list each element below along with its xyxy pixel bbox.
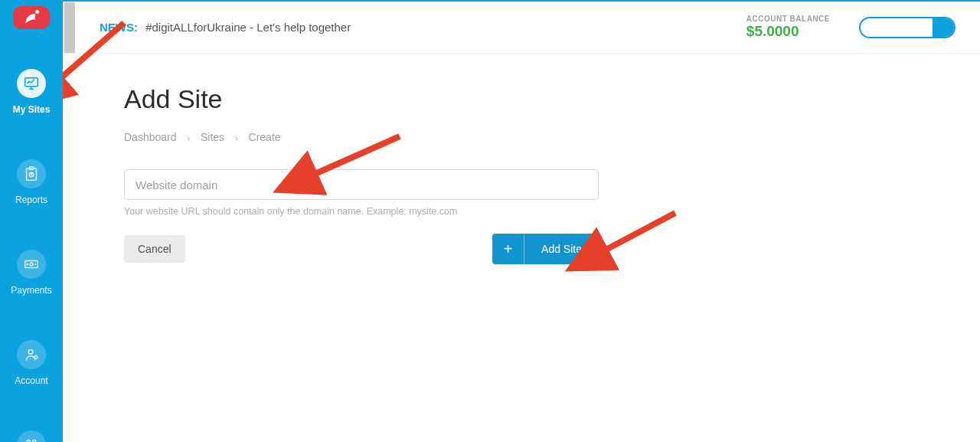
account-balance: ACCOUNT BALANCE $5.0000 xyxy=(746,15,830,40)
breadcrumb: Dashboard › Sites › Create xyxy=(124,131,980,143)
breadcrumb-dashboard[interactable]: Dashboard xyxy=(124,131,177,143)
news-text: #digitALLforUkraine - Let's help togethe… xyxy=(145,21,351,34)
support-icon xyxy=(17,431,46,442)
plus-icon: + xyxy=(492,234,524,264)
nav-label: Payments xyxy=(11,285,51,296)
breadcrumb-sites[interactable]: Sites xyxy=(201,131,224,143)
sidebar-item-my-sites[interactable]: My Sites xyxy=(0,61,63,126)
content: Add Site Dashboard › Sites › Create Your… xyxy=(63,54,980,442)
balance-block: ACCOUNT BALANCE $5.0000 xyxy=(746,15,956,40)
svg-line-15 xyxy=(597,213,675,254)
svg-point-10 xyxy=(34,355,38,359)
svg-point-8 xyxy=(35,264,36,264)
cash-icon xyxy=(17,250,46,279)
annotation-arrow-icon xyxy=(583,207,691,279)
sidebar-item-account[interactable]: Account xyxy=(0,332,63,397)
clipboard-icon xyxy=(17,159,46,188)
page-title: Add Site xyxy=(124,84,980,114)
breadcrumb-create: Create xyxy=(249,131,281,143)
svg-point-6 xyxy=(30,263,33,266)
nav-label: My Sites xyxy=(13,104,51,115)
domain-hint: Your website URL should contain only the… xyxy=(124,206,599,217)
app-logo[interactable] xyxy=(13,6,50,29)
add-site-button[interactable]: + Add Site xyxy=(492,234,599,264)
topbar: NEWS: #digitALLforUkraine - Let's help t… xyxy=(63,0,980,54)
news-label: NEWS: xyxy=(100,21,138,34)
sidebar-item-payments[interactable]: Payments xyxy=(0,242,63,306)
svg-point-7 xyxy=(27,264,28,264)
nav-label: Account xyxy=(15,375,47,386)
news-ticker[interactable]: NEWS: #digitALLforUkraine - Let's help t… xyxy=(100,21,351,34)
balance-label: ACCOUNT BALANCE xyxy=(746,15,830,23)
website-domain-input[interactable] xyxy=(124,169,599,200)
user-gear-icon xyxy=(17,340,46,369)
main-area: NEWS: #digitALLforUkraine - Let's help t… xyxy=(63,0,980,442)
chevron-right-icon: › xyxy=(187,133,190,142)
svg-point-0 xyxy=(35,10,39,14)
chevron-right-icon: › xyxy=(235,133,238,142)
button-row: Cancel + Add Site xyxy=(124,234,599,264)
sidebar-item-reports[interactable]: Reports xyxy=(0,152,63,216)
logo-icon xyxy=(20,6,43,29)
balance-value: $5.0000 xyxy=(746,23,830,40)
chart-board-icon xyxy=(17,69,46,98)
sidebar: My Sites Reports Payments Account Suppor… xyxy=(0,0,63,442)
header-toggle[interactable] xyxy=(859,17,956,38)
add-site-label: Add Site xyxy=(524,234,599,264)
nav-label: Reports xyxy=(15,195,47,205)
domain-field-row: Your website URL should contain only the… xyxy=(124,169,599,217)
cancel-button[interactable]: Cancel xyxy=(124,235,185,263)
sidebar-item-support[interactable]: Support xyxy=(0,423,63,442)
svg-point-9 xyxy=(28,349,33,354)
